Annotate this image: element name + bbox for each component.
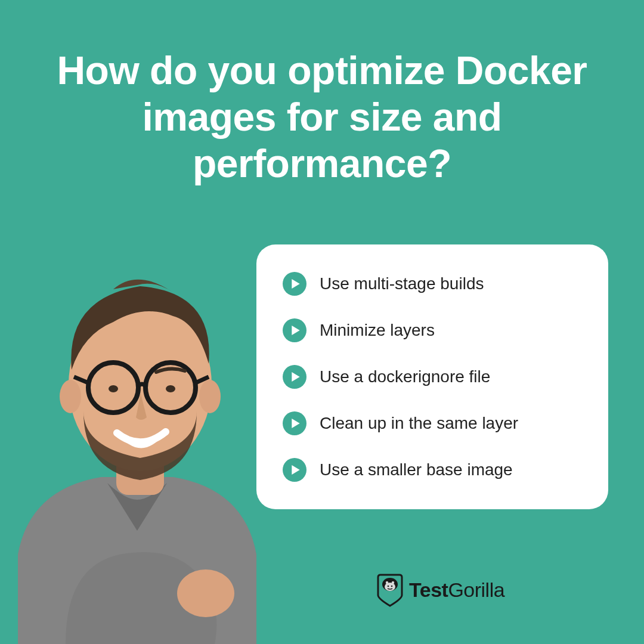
play-icon bbox=[283, 365, 306, 389]
play-icon bbox=[283, 458, 306, 482]
svg-point-4 bbox=[388, 586, 389, 587]
list-item: Use a smaller base image bbox=[283, 458, 582, 482]
list-item-label: Clean up in the same layer bbox=[320, 414, 518, 433]
page-title: How do you optimize Docker images for si… bbox=[0, 0, 644, 187]
gorilla-icon bbox=[377, 572, 403, 607]
list-item: Use a dockerignore file bbox=[283, 365, 582, 389]
brand-name-bold: Test bbox=[409, 578, 448, 601]
svg-point-15 bbox=[109, 385, 118, 392]
list-item-label: Use multi-stage builds bbox=[320, 274, 484, 293]
svg-point-1 bbox=[385, 583, 395, 591]
play-icon bbox=[283, 411, 306, 435]
tips-card: Use multi-stage builds Minimize layers U… bbox=[256, 244, 608, 509]
brand-logo: TestGorilla bbox=[377, 572, 504, 607]
svg-point-5 bbox=[391, 586, 393, 587]
play-icon bbox=[283, 272, 306, 296]
list-item-label: Use a smaller base image bbox=[320, 460, 513, 479]
svg-point-2 bbox=[386, 581, 388, 584]
person-photo bbox=[0, 233, 280, 644]
svg-point-6 bbox=[177, 569, 234, 617]
list-item: Use multi-stage builds bbox=[283, 272, 582, 296]
svg-point-16 bbox=[166, 385, 175, 392]
list-item: Clean up in the same layer bbox=[283, 411, 582, 435]
list-item-label: Minimize layers bbox=[320, 321, 435, 340]
brand-name-light: Gorilla bbox=[448, 578, 504, 601]
play-icon bbox=[283, 318, 306, 342]
brand-name: TestGorilla bbox=[409, 578, 504, 602]
svg-point-10 bbox=[199, 380, 221, 413]
list-item: Minimize layers bbox=[283, 318, 582, 342]
list-item-label: Use a dockerignore file bbox=[320, 367, 490, 386]
svg-point-3 bbox=[392, 581, 394, 584]
svg-point-9 bbox=[60, 380, 81, 413]
